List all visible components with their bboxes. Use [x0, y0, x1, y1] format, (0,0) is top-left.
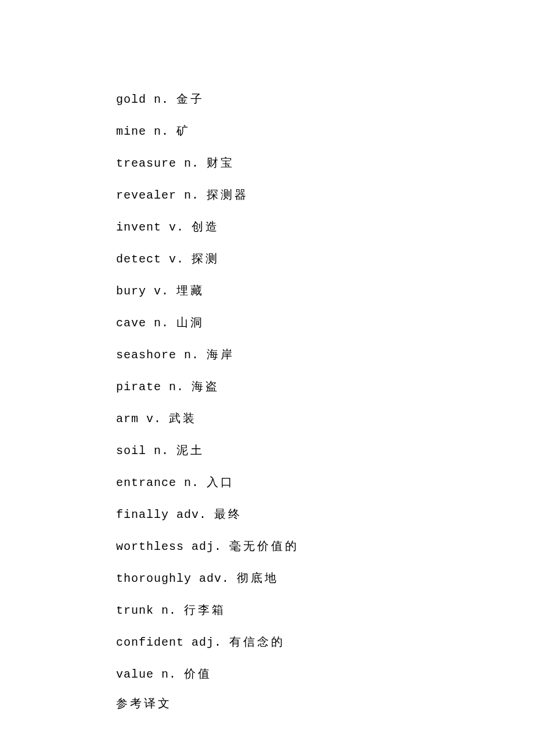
vocab-definition: 价值	[184, 667, 212, 680]
vocab-definition: 有信念的	[229, 635, 285, 648]
vocab-word: gold	[116, 93, 146, 106]
vocab-definition: 海岸	[207, 348, 234, 361]
vocab-entry: arm v. 武装	[116, 412, 534, 425]
vocab-definition: 财宝	[207, 156, 234, 169]
vocab-word: value	[116, 668, 154, 681]
vocab-entry: pirate n. 海盗	[116, 380, 534, 393]
vocab-word: trunk	[116, 604, 154, 617]
vocab-entry: detect v. 探测	[116, 253, 534, 265]
vocab-entry: revealer n. 探测器	[116, 189, 534, 201]
vocab-word: revealer	[116, 189, 176, 202]
vocab-pos: adv.	[176, 508, 207, 521]
vocab-definition: 行李箱	[184, 603, 226, 616]
vocab-pos: n.	[184, 189, 199, 202]
vocab-word: entrance	[116, 476, 176, 489]
vocab-word: cave	[116, 316, 146, 330]
vocab-word: finally	[116, 508, 169, 521]
vocab-pos: n.	[154, 93, 169, 106]
vocab-entry: soil n. 泥土	[116, 444, 534, 457]
vocab-entry: entrance n. 入口	[116, 476, 534, 489]
vocab-entry: gold n. 金子	[116, 93, 534, 106]
vocab-definition: 山洞	[176, 316, 204, 329]
vocab-definition: 探测	[192, 252, 219, 265]
vocab-definition: 毫无价值的	[229, 539, 299, 552]
vocab-word: mine	[116, 125, 146, 138]
vocab-entry: thoroughly adv. 彻底地	[116, 572, 534, 585]
vocab-pos: n.	[154, 125, 169, 138]
vocab-entry: trunk n. 行李箱	[116, 604, 534, 617]
vocab-entry: worthless adj. 毫无价值的	[116, 540, 534, 553]
vocab-word: soil	[116, 444, 146, 458]
vocab-word: worthless	[116, 540, 184, 553]
vocab-word: pirate	[116, 380, 161, 394]
vocab-pos: v.	[169, 253, 184, 266]
vocab-pos: v.	[146, 412, 161, 426]
vocab-entry: bury v. 埋藏	[116, 285, 534, 297]
vocab-word: detect	[116, 253, 161, 266]
vocab-pos: n.	[154, 444, 169, 458]
vocab-word: invent	[116, 221, 161, 234]
vocab-entry: confident adj. 有信念的	[116, 636, 534, 649]
vocab-definition: 矿	[176, 124, 190, 137]
vocab-pos: v.	[154, 285, 169, 298]
vocab-pos: n.	[184, 348, 199, 362]
vocab-definition: 入口	[207, 476, 234, 488]
vocab-word: seashore	[116, 348, 176, 362]
footer-text: 参考译文	[116, 697, 534, 709]
vocab-entry: value n. 价值	[116, 668, 534, 681]
vocab-word: bury	[116, 285, 146, 298]
vocab-definition: 探测器	[207, 188, 248, 201]
vocab-entry: mine n. 矿	[116, 125, 534, 138]
vocab-pos: n.	[154, 316, 169, 330]
vocab-definition: 泥土	[176, 444, 204, 456]
vocab-word: confident	[116, 636, 184, 649]
vocab-entry: seashore n. 海岸	[116, 348, 534, 361]
vocab-definition: 最终	[214, 507, 242, 520]
vocab-entry: invent v. 创造	[116, 221, 534, 233]
vocab-definition: 彻底地	[237, 571, 279, 584]
vocab-pos: n.	[184, 157, 199, 170]
vocab-entry: cave n. 山洞	[116, 316, 534, 329]
vocab-pos: adj.	[192, 540, 222, 553]
vocab-word: arm	[116, 412, 139, 426]
vocab-entry: finally adv. 最终	[116, 508, 534, 521]
vocab-word: treasure	[116, 157, 176, 170]
vocab-pos: adv.	[199, 572, 229, 585]
vocab-definition: 创造	[192, 220, 219, 233]
vocabulary-list: gold n. 金子mine n. 矿treasure n. 财宝reveale…	[116, 93, 534, 681]
vocab-pos: n.	[161, 604, 176, 617]
vocab-definition: 武装	[169, 412, 197, 424]
vocab-definition: 埋藏	[176, 284, 204, 297]
vocab-definition: 海盗	[192, 380, 219, 393]
vocab-word: thoroughly	[116, 572, 192, 585]
vocab-pos: n.	[169, 380, 184, 394]
vocab-pos: adj.	[192, 636, 222, 649]
vocab-definition: 金子	[176, 92, 204, 105]
vocab-entry: treasure n. 财宝	[116, 157, 534, 170]
vocab-pos: v.	[169, 221, 184, 234]
vocab-pos: n.	[184, 476, 199, 489]
vocab-pos: n.	[161, 668, 176, 681]
